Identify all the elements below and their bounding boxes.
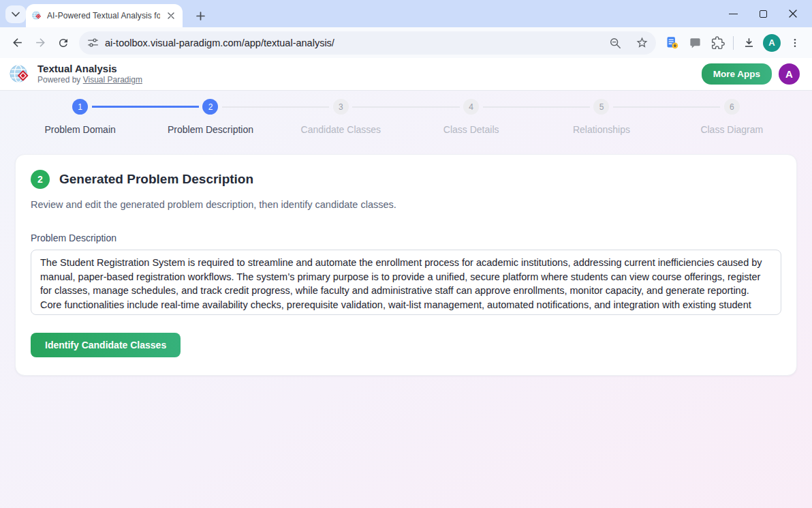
step-label: Class Diagram: [700, 124, 763, 135]
app-header: Textual Analysis Powered by Visual Parad…: [0, 58, 812, 91]
reading-mode-extension-icon[interactable]: [660, 31, 683, 55]
bookmark-star-icon[interactable]: [631, 33, 652, 53]
step-circle: 5: [593, 99, 609, 115]
browser-menu-button[interactable]: [783, 31, 807, 55]
zoom-out-icon[interactable]: [605, 33, 625, 53]
comment-bubble-icon[interactable]: [683, 31, 706, 55]
step-number-badge: 2: [31, 170, 50, 189]
app-name: Textual Analysis: [37, 63, 142, 74]
step-problem-domain[interactable]: 1 Problem Domain: [15, 99, 145, 135]
reload-icon: [57, 37, 69, 49]
problem-description-textarea[interactable]: The Student Registration System is requi…: [31, 250, 781, 315]
tab-close-icon[interactable]: [165, 10, 177, 22]
extensions-puzzle-icon[interactable]: [706, 31, 730, 55]
site-settings-tune-icon[interactable]: [87, 37, 99, 48]
browser-titlebar: AI-Powered Textual Analysis for: [0, 0, 812, 27]
header-right: More Apps A: [702, 63, 804, 85]
step-circle: 2: [202, 99, 218, 115]
back-arrow-icon: [11, 36, 24, 49]
step-circle: 4: [463, 99, 479, 115]
step-label: Class Details: [443, 124, 499, 135]
wizard-stepper: 1 Problem Domain 2 Problem Description 3…: [0, 91, 812, 135]
minimize-icon: [729, 14, 738, 14]
chevron-down-icon: [12, 12, 20, 17]
browser-tab[interactable]: AI-Powered Textual Analysis for: [26, 4, 183, 27]
tab-search-button[interactable]: [5, 5, 26, 23]
more-apps-button[interactable]: More Apps: [702, 63, 772, 85]
close-icon: [789, 10, 797, 18]
url-text: ai-toolbox.visual-paradigm.com/app/textu…: [105, 38, 599, 48]
page-subtitle: Review and edit the generated problem de…: [31, 199, 781, 210]
identify-candidate-classes-button[interactable]: Identify Candidate Classes: [31, 333, 181, 357]
window-close-button[interactable]: [778, 0, 808, 27]
three-dot-menu-icon: [790, 38, 800, 48]
user-avatar[interactable]: A: [779, 63, 800, 85]
step-class-details[interactable]: 4 Class Details: [406, 99, 536, 135]
card-header: 2 Generated Problem Description: [31, 170, 781, 189]
forward-button[interactable]: [29, 31, 52, 55]
plus-icon: [196, 12, 205, 20]
url-bar[interactable]: ai-toolbox.visual-paradigm.com/app/textu…: [79, 31, 656, 55]
browser-toolbar: ai-toolbox.visual-paradigm.com/app/textu…: [0, 27, 812, 58]
step-class-diagram[interactable]: 6 Class Diagram: [667, 99, 797, 135]
reload-button[interactable]: [52, 31, 75, 55]
step-label: Problem Description: [168, 124, 253, 135]
browser-profile-button[interactable]: A: [760, 31, 783, 55]
maximize-icon: [760, 10, 767, 18]
browser-profile-avatar: A: [763, 34, 781, 52]
download-icon: [743, 36, 755, 49]
page-title: Generated Problem Description: [59, 172, 253, 187]
problem-description-label: Problem Description: [31, 233, 781, 243]
tab-title: AI-Powered Textual Analysis for: [47, 11, 160, 20]
step-label: Relationships: [573, 124, 630, 135]
powered-by: Powered by Visual Paradigm: [37, 76, 142, 85]
page-background: 1 Problem Domain 2 Problem Description 3…: [0, 91, 812, 508]
app-title-block: Textual Analysis Powered by Visual Parad…: [37, 63, 142, 85]
forward-arrow-icon: [34, 36, 47, 49]
step-relationships[interactable]: 5 Relationships: [536, 99, 666, 135]
step-label: Problem Domain: [45, 124, 116, 135]
step-circle: 6: [724, 99, 740, 115]
visual-paradigm-logo: [8, 63, 31, 86]
step-candidate-classes[interactable]: 3 Candidate Classes: [276, 99, 406, 135]
toolbar-separator: [733, 36, 734, 50]
step-label: Candidate Classes: [301, 124, 381, 135]
downloads-button[interactable]: [737, 31, 760, 55]
window-controls: [718, 0, 808, 27]
window-minimize-button[interactable]: [718, 0, 748, 27]
window-maximize-button[interactable]: [748, 0, 778, 27]
step-problem-description[interactable]: 2 Problem Description: [145, 99, 275, 135]
step-circle: 1: [72, 99, 88, 115]
site-favicon: [31, 10, 42, 21]
content-card: 2 Generated Problem Description Review a…: [15, 154, 797, 376]
back-button[interactable]: [5, 31, 29, 55]
step-circle: 3: [333, 99, 349, 115]
powered-by-prefix: Powered by: [37, 75, 80, 85]
new-tab-button[interactable]: [191, 6, 210, 25]
visual-paradigm-link[interactable]: Visual Paradigm: [83, 75, 142, 85]
